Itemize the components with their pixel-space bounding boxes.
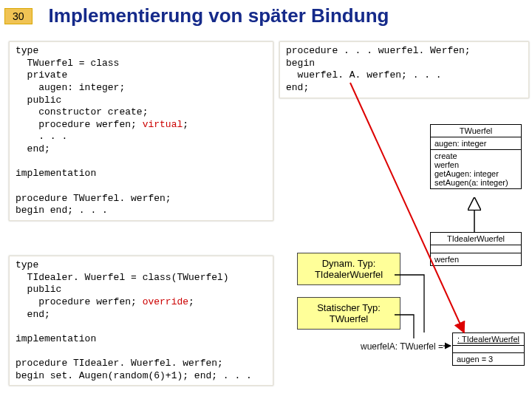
code-line: ; — [183, 119, 188, 130]
keyword-override: override — [143, 296, 188, 307]
uml-class-tidealerwuerfel: TIdealerWuerfel werfen — [430, 232, 522, 266]
code-line: begin — [286, 58, 315, 69]
code-line: procedure . . . wuerfel. Werfen; — [286, 45, 471, 56]
page-number-badge: 30 — [4, 8, 33, 24]
code-line: procedure TIdealer. Wuerfel. werfen; — [16, 358, 223, 369]
callout-static-type: Statischer Typ: TWuerfel — [297, 297, 400, 330]
code-box-procedure-call: procedure . . . wuerfel. Werfen; begin w… — [279, 41, 529, 98]
uml-class-twuerfel: TWuerfel augen: integer create werfen ge… — [430, 124, 522, 189]
code-line: end; — [286, 82, 309, 93]
code-line: procedure werfen; — [16, 119, 143, 130]
code-line: wuerfel. A. werfen; . . . — [286, 69, 442, 81]
uml-operations: create werfen getAugen: integer setAugen… — [431, 150, 521, 188]
code-line: public — [16, 95, 61, 106]
code-line: begin set. Augen(random(6)+1); end; . . … — [16, 370, 252, 381]
uml-op: create — [434, 151, 517, 160]
code-line: implementation — [16, 168, 96, 179]
code-line: constructor create; — [16, 106, 148, 117]
arrow-dispatch — [350, 83, 464, 332]
uml-class-name: TWuerfel — [431, 125, 521, 137]
code-line: ; — [188, 296, 194, 307]
code-line: type — [16, 259, 38, 270]
code-line: public — [16, 284, 61, 295]
code-line: TIdealer. Wuerfel = class(TWuerfel) — [16, 272, 229, 283]
uml-operations: werfen — [431, 253, 521, 265]
code-line: implementation — [16, 333, 96, 344]
callout-dynamic-type: Dynam. Typ: TIdealerWuerfel — [297, 253, 400, 285]
uml-op: getAugen: integer — [434, 169, 517, 178]
uml-op: setAugen(a: integer) — [434, 178, 517, 187]
uml-attributes — [431, 245, 521, 253]
uml-class-name: TIdealerWuerfel — [431, 233, 521, 245]
code-line: procedure werfen; — [16, 296, 143, 307]
uml-object-attr: augen = 3 — [453, 353, 524, 365]
uml-object-name: : TIdealerWuerfel — [453, 333, 524, 346]
page-title: Implementierung von später Bindung — [49, 4, 389, 27]
code-line: procedure TWuerfel. werfen; — [16, 193, 171, 204]
code-box-tidealerwuerfel: type TIdealer. Wuerfel = class(TWuerfel)… — [9, 256, 273, 386]
code-line: TWuerfel = class — [16, 58, 119, 69]
code-line: type — [16, 45, 38, 56]
object-label: wuerfelA: TWuerfel = — [361, 341, 443, 352]
slide-header: 30 Implementierung von später Bindung — [0, 0, 532, 35]
code-line: . . . — [16, 131, 67, 142]
uml-attributes: augen: integer — [431, 137, 521, 150]
keyword-virtual: virtual — [143, 119, 183, 130]
code-box-twuerfel: type TWuerfel = class private augen: int… — [9, 41, 273, 221]
code-line: private — [16, 69, 67, 81]
code-line: end; — [16, 143, 50, 154]
uml-empty-section — [453, 346, 524, 353]
uml-object-instance: : TIdealerWuerfel augen = 3 — [452, 332, 525, 366]
code-line: end; — [16, 309, 50, 320]
code-line: begin end; . . . — [16, 205, 108, 216]
code-line: augen: integer; — [16, 82, 125, 93]
uml-op: werfen — [434, 160, 517, 169]
